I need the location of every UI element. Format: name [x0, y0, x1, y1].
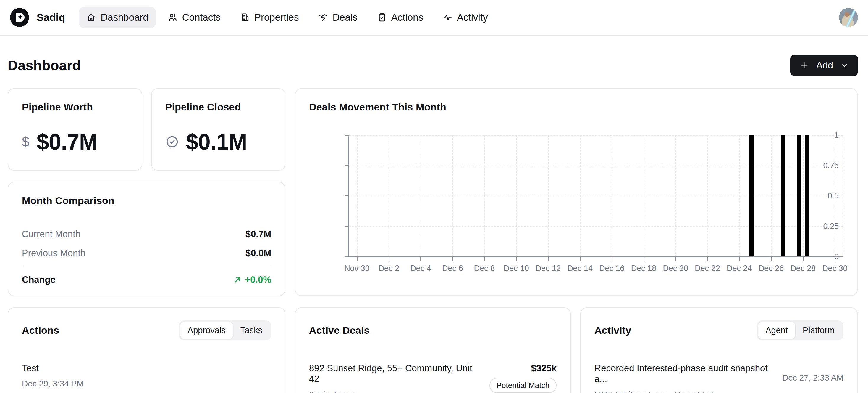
chart-bar-dec-27 [781, 135, 785, 256]
x-gridline [771, 135, 772, 256]
nav-item-properties[interactable]: Properties [232, 7, 306, 28]
activity-item-right: Dec 27, 2:33 AM [782, 363, 843, 383]
actions-toggle: Approvals Tasks [179, 320, 271, 340]
x-gridline [843, 135, 843, 256]
page-header: Dashboard Add [8, 53, 860, 78]
x-axis-label: Dec 6 [442, 264, 463, 273]
dollar-icon: $ [22, 134, 30, 150]
card-title: Actions [22, 325, 59, 336]
actions-card: Actions Approvals Tasks Test Dec 29, 3:3… [8, 307, 285, 393]
check-circle-icon [165, 135, 179, 149]
x-axis-label: Dec 24 [726, 264, 752, 273]
y-axis-tick [345, 256, 349, 257]
x-axis-tick [548, 257, 549, 261]
x-axis-tick [739, 257, 740, 261]
x-axis-tick [771, 257, 772, 261]
y-axis-tick [345, 135, 349, 136]
nav-item-contacts[interactable]: Contacts [160, 7, 228, 28]
nav-item-actions[interactable]: Actions [369, 7, 431, 28]
page-title: Dashboard [8, 57, 81, 74]
bar-chart-plot: 00.250.50.751Nov 30Dec 2Dec 4Dec 6Dec 8D… [348, 135, 843, 257]
card-title: Activity [594, 325, 631, 336]
chart-title: Deals Movement This Month [309, 101, 843, 113]
nav-item-deals[interactable]: Deals [311, 7, 365, 28]
action-timestamp: Dec 29, 3:34 PM [22, 379, 84, 389]
building-icon [240, 12, 250, 22]
nav-item-dashboard[interactable]: Dashboard [79, 7, 156, 28]
dashboard-grid: Pipeline Worth $ $0.7M Pipeline Closed $… [8, 88, 860, 393]
x-axis-label: Dec 26 [758, 264, 784, 273]
x-axis-label: Nov 30 [344, 264, 370, 273]
x-axis-label: Dec 18 [631, 264, 656, 273]
x-axis-label: Dec 20 [663, 264, 688, 273]
list-item[interactable]: Recorded Interested-phase audit snapshot… [594, 355, 843, 393]
activity-card: Activity Agent Platform Recorded Interes… [580, 307, 858, 393]
y-axis-label: 0.25 [823, 222, 839, 231]
row-value: $0.7M [246, 229, 271, 240]
card-header: Actions Approvals Tasks [22, 320, 271, 340]
deal-item-text: 892 Sunset Ridge, 55+ Community, Unit 42… [309, 363, 483, 393]
page-content: Dashboard Add Pipeline Worth $ $0.7M Pip… [0, 53, 868, 393]
change-percent: +0.0% [245, 275, 271, 285]
actions-list: Test Dec 29, 3:34 PM [22, 355, 271, 393]
x-axis-label: Dec 28 [790, 264, 816, 273]
y-axis-tick [345, 195, 349, 196]
change-value: +0.0% [233, 275, 271, 285]
list-item[interactable]: 892 Sunset Ridge, 55+ Community, Unit 42… [309, 355, 557, 393]
x-gridline [612, 135, 613, 256]
row-value: $0.0M [246, 248, 271, 258]
nav-item-label: Dashboard [100, 12, 148, 23]
month-comparison-card: Month Comparison Current Month $0.7M Pre… [8, 182, 285, 296]
x-axis-label: Dec 30 [822, 264, 847, 273]
deal-contact: Kevin James [309, 390, 483, 393]
stat-row: Pipeline Worth $ $0.7M Pipeline Closed $… [8, 88, 285, 171]
nav-item-label: Actions [391, 12, 423, 23]
tab-agent[interactable]: Agent [758, 322, 795, 339]
tab-platform[interactable]: Platform [795, 322, 842, 339]
user-avatar[interactable] [839, 8, 858, 27]
y-gridline [349, 135, 843, 136]
change-label: Change [22, 275, 56, 285]
card-header: Active Deals [309, 320, 557, 340]
pipeline-closed-value: $0.1M [186, 129, 247, 155]
x-axis-label: Dec 4 [410, 264, 431, 273]
app-logo-icon[interactable] [10, 8, 29, 27]
contacts-icon [168, 12, 178, 22]
current-month-row: Current Month $0.7M [22, 225, 271, 244]
month-comparison-rows: Current Month $0.7M Previous Month $0.0M… [22, 225, 271, 289]
action-title: Test [22, 363, 84, 374]
handshake-icon [318, 12, 328, 22]
x-axis-tick [612, 257, 613, 261]
divider [22, 267, 271, 268]
pipeline-worth-value: $0.7M [37, 129, 98, 155]
deals-list: 892 Sunset Ridge, 55+ Community, Unit 42… [309, 355, 557, 393]
home-icon [86, 12, 96, 22]
activity-toggle: Agent Platform [756, 320, 843, 340]
y-axis-tick [345, 226, 349, 227]
y-gridline [349, 226, 843, 227]
active-deals-card: Active Deals 892 Sunset Ridge, 55+ Commu… [295, 307, 571, 393]
activity-list: Recorded Interested-phase audit snapshot… [594, 355, 843, 393]
x-axis-label: Dec 22 [695, 264, 720, 273]
x-gridline [421, 135, 421, 256]
x-axis-tick [707, 257, 708, 261]
previous-month-row: Previous Month $0.0M [22, 244, 271, 263]
tab-tasks[interactable]: Tasks [233, 322, 270, 339]
card-header: Activity Agent Platform [594, 320, 843, 340]
tab-approvals[interactable]: Approvals [180, 322, 233, 339]
add-button[interactable]: Add [790, 55, 858, 76]
clipboard-check-icon [377, 12, 387, 22]
x-axis-tick [420, 257, 421, 261]
nav-item-label: Contacts [182, 12, 221, 23]
x-axis-tick [356, 257, 358, 261]
list-item[interactable]: Test Dec 29, 3:34 PM [22, 355, 271, 393]
deal-title: 892 Sunset Ridge, 55+ Community, Unit 42 [309, 363, 483, 385]
pipeline-worth-card: Pipeline Worth $ $0.7M [8, 88, 142, 171]
x-axis-tick [516, 257, 517, 261]
y-gridline [349, 196, 843, 196]
change-row: Change +0.0% [22, 271, 271, 289]
nav-item-label: Deals [333, 12, 357, 23]
deals-movement-chart-card: Deals Movement This Month 00.250.50.751N… [295, 88, 858, 296]
nav-item-activity[interactable]: Activity [435, 7, 496, 28]
activity-timestamp: Dec 27, 2:33 AM [782, 373, 843, 383]
